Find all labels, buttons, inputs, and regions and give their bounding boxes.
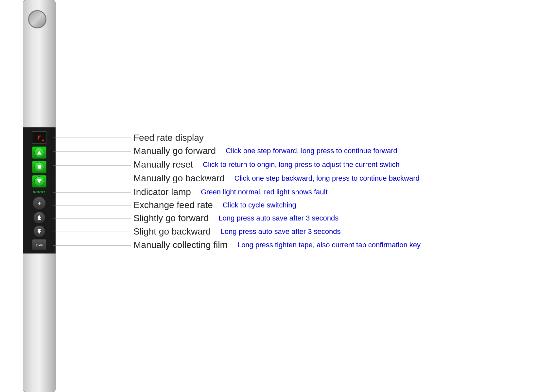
manually-reset-desc: Click to return to origin, long press to… bbox=[203, 160, 400, 169]
label-feed-rate-display: Feed rate display bbox=[131, 133, 204, 143]
manually-go-backward-label: Manually go backward bbox=[133, 173, 225, 184]
exchange-feed-rate-label: Exchange feed rate bbox=[133, 200, 213, 210]
slightly-go-forward-button[interactable] bbox=[33, 212, 45, 223]
plus-icon: + bbox=[38, 200, 41, 206]
device-top bbox=[23, 0, 56, 127]
display-digit: r bbox=[37, 134, 41, 142]
indicator-lamp-area: SOMOT bbox=[32, 189, 46, 195]
manually-collecting-film-button[interactable]: FILM bbox=[32, 239, 46, 250]
down-circle bbox=[34, 176, 44, 186]
labels-container: Feed rate display Manually go forward Cl… bbox=[59, 0, 549, 392]
label-manually-go-backward: Manually go backward Click one step back… bbox=[131, 173, 420, 184]
device-panel: r SOMOT + bbox=[20, 0, 59, 392]
small-arrow-down-icon2 bbox=[37, 231, 41, 234]
exchange-feed-rate-desc: Click to cycle switching bbox=[223, 201, 296, 209]
exchange-feed-rate-button[interactable]: + bbox=[33, 197, 46, 210]
stop-circle bbox=[34, 162, 44, 172]
device-bottom bbox=[23, 253, 56, 392]
slight-go-backward-button[interactable] bbox=[33, 225, 45, 237]
indicator-lamp-label: Indicator lamp bbox=[133, 187, 191, 197]
manually-reset-label: Manually reset bbox=[133, 159, 193, 170]
slight-go-backward-label: Slight go backward bbox=[133, 226, 211, 237]
small-arrow-up-icon2 bbox=[37, 217, 41, 220]
manually-go-forward-label: Manually go forward bbox=[133, 146, 216, 156]
up-circle bbox=[34, 148, 44, 157]
stop-icon bbox=[38, 165, 41, 169]
arrow-down-icon bbox=[37, 179, 42, 183]
slight-go-backward-desc: Long press auto save after 3 seconds bbox=[221, 227, 341, 236]
arrow-up-icon bbox=[37, 151, 42, 155]
manually-collecting-film-label: Manually collecting film bbox=[133, 240, 228, 250]
feed-rate-display: r bbox=[32, 131, 46, 144]
indicator-lamp-desc: Green light normal, red light shows faul… bbox=[201, 188, 328, 196]
label-slight-go-backward: Slight go backward Long press auto save … bbox=[131, 226, 340, 237]
label-exchange-feed-rate: Exchange feed rate Click to cycle switch… bbox=[131, 200, 296, 210]
label-slightly-go-forward: Slightly go forward Long press auto save… bbox=[131, 213, 339, 223]
feed-rate-display-label: Feed rate display bbox=[133, 133, 204, 143]
slightly-go-forward-desc: Long press auto save after 3 seconds bbox=[218, 214, 339, 222]
manually-reset-button[interactable] bbox=[32, 161, 46, 173]
brand-label: SOMOT bbox=[33, 190, 45, 194]
label-indicator-lamp: Indicator lamp Green light normal, red l… bbox=[131, 187, 328, 197]
label-manually-reset: Manually reset Click to return to origin… bbox=[131, 159, 400, 170]
film-label: FILM bbox=[36, 243, 43, 246]
manually-go-forward-desc: Click one step forward, long press to co… bbox=[226, 147, 397, 155]
manually-collecting-film-desc: Long press tighten tape, also current ta… bbox=[237, 241, 421, 249]
label-manually-collecting-film: Manually collecting film Long press tigh… bbox=[131, 240, 421, 250]
manually-go-forward-button[interactable] bbox=[32, 146, 46, 159]
manually-go-backward-button[interactable] bbox=[32, 175, 46, 188]
manually-go-backward-desc: Click one step backward, long press to c… bbox=[235, 174, 420, 183]
control-panel: r SOMOT + bbox=[23, 127, 56, 253]
display-dot bbox=[42, 139, 44, 141]
slightly-go-forward-label: Slightly go forward bbox=[133, 213, 209, 223]
label-manually-go-forward: Manually go forward Click one step forwa… bbox=[131, 146, 397, 156]
